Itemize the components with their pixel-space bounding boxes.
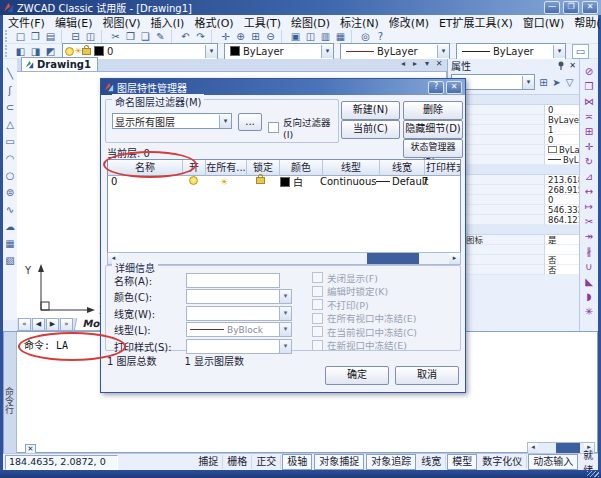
print-preview-icon[interactable]: ◫ <box>83 30 98 43</box>
help-icon[interactable]: ? <box>373 30 388 43</box>
column-header[interactable]: 线型 <box>323 160 380 176</box>
open-icon[interactable]: ❒ <box>28 30 43 43</box>
invert-filter-checkbox[interactable]: 反向过滤器(I) <box>268 115 338 140</box>
scale-icon[interactable]: ⊿ <box>581 169 597 184</box>
menu-item[interactable]: 帮助(H) <box>569 14 601 30</box>
zoom-window-icon[interactable]: ⊞ <box>248 30 263 43</box>
chamfer-icon[interactable]: ◣ <box>581 274 597 289</box>
column-header[interactable]: 线宽 <box>380 160 425 176</box>
state-manager-button[interactable]: 状态管理器(B)... <box>403 139 463 158</box>
layer-freeze-icon[interactable]: ☀ <box>220 177 228 187</box>
property-value[interactable]: 546.3322 <box>545 205 579 215</box>
tab-nav-icon[interactable]: » <box>60 318 73 331</box>
status-toggle[interactable]: 模型 <box>447 454 477 470</box>
menu-item[interactable]: 插入(I) <box>146 14 190 30</box>
field-input[interactable] <box>186 289 280 304</box>
new-layer-button[interactable]: 新建(N) <box>341 101 400 120</box>
toolbar-grip[interactable] <box>5 45 11 57</box>
command-window-titlebar[interactable]: 命令行 <box>4 332 17 460</box>
set-current-button[interactable]: 当前(C) <box>341 120 400 139</box>
menu-item[interactable]: 工具(T) <box>239 14 286 30</box>
property-value[interactable]: 0 <box>545 195 579 205</box>
viewport-four-icon[interactable]: ▦ <box>333 30 348 43</box>
print-icon[interactable]: ⊟ <box>68 30 83 43</box>
tab-close-icon[interactable]: ✕ <box>434 57 444 70</box>
cut-icon[interactable]: ✂ <box>108 30 123 43</box>
dropdown-icon[interactable]: ▾ <box>280 339 292 354</box>
maximize-icon[interactable]: ❐ <box>563 1 579 14</box>
arc-icon[interactable]: ◠ <box>4 150 17 167</box>
match-properties-icon[interactable]: ✎ <box>153 30 168 43</box>
join-icon[interactable]: ∪ <box>581 259 597 274</box>
status-toggle[interactable]: 正交 <box>252 455 281 469</box>
image-icon[interactable]: ▧ <box>4 252 17 269</box>
delete-layer-button[interactable]: 删除 <box>403 101 463 120</box>
help-icon[interactable]: ? <box>428 81 444 94</box>
paste-icon[interactable]: ❑ <box>138 30 153 43</box>
tab-nav-icon[interactable]: ◀ <box>32 318 45 331</box>
tab-drawing1[interactable]: Drawing1 <box>21 57 98 71</box>
dropdown-icon[interactable]: ▾ <box>280 289 292 304</box>
tab-menu-icon[interactable]: ▾ <box>422 57 432 70</box>
status-toggle[interactable]: 数字化仪 <box>478 455 527 469</box>
extend-icon[interactable]: ↠ <box>581 229 597 244</box>
status-toggle[interactable]: 栅格 <box>223 455 252 469</box>
cancel-button[interactable]: 取消 <box>395 366 459 385</box>
hide-details-button[interactable]: 隐藏细节(D) <box>403 120 463 139</box>
undo-icon[interactable]: ↶ <box>178 30 193 43</box>
trim-icon[interactable]: ✂ <box>581 214 597 229</box>
break-icon[interactable]: ∦ <box>581 244 597 259</box>
pin-icon[interactable] <box>557 61 565 70</box>
array-icon[interactable]: ⊞ <box>581 124 597 139</box>
property-value[interactable]: 213.6181 <box>545 175 579 185</box>
layer-properties-icon[interactable]: ◧ <box>13 45 28 58</box>
field-input[interactable]: ByBlock <box>186 322 280 337</box>
status-toggle[interactable]: 对象追踪 <box>366 454 416 470</box>
quick-select-icon[interactable]: ⊞ <box>537 76 550 89</box>
zoom-previous-icon[interactable]: ⊖ <box>263 30 278 43</box>
dropdown-icon[interactable]: ▾ <box>321 45 333 58</box>
line-icon[interactable]: ╲ <box>4 65 17 82</box>
table-icon[interactable]: ▦ <box>4 235 17 252</box>
dropdown-icon[interactable]: ▾ <box>522 76 534 89</box>
layer-previous-icon[interactable]: ◩ <box>43 45 58 58</box>
erase-icon[interactable]: ⊘ <box>581 64 597 79</box>
offset-icon[interactable]: ≍ <box>581 109 597 124</box>
menu-item[interactable]: 窗口(W) <box>518 14 569 30</box>
redo-icon[interactable]: ↷ <box>193 30 208 43</box>
copy-object-icon[interactable]: ❐ <box>581 79 597 94</box>
fillet-icon[interactable]: ◗ <box>581 289 597 304</box>
arc-3point-icon[interactable]: ⊂ <box>4 99 17 116</box>
close-icon[interactable]: ✕ <box>582 1 598 14</box>
property-value[interactable]: 1 <box>545 125 579 135</box>
property-value[interactable]: ByLayer <box>545 145 579 155</box>
layer-states-icon[interactable]: ◨ <box>28 45 43 58</box>
layer-row[interactable]: 0 ☀ 白 Continuous Default 7 <box>108 175 460 188</box>
pan-icon[interactable]: ✛ <box>218 30 233 43</box>
filter-browse-button[interactable]: ... <box>238 113 262 131</box>
layer-linetype[interactable]: Continuous <box>318 176 374 187</box>
property-value[interactable]: 268.9153 <box>545 185 579 195</box>
zoom-realtime-icon[interactable]: ⊕ <box>233 30 248 43</box>
tab-nav-icon[interactable]: ▶ <box>46 318 59 331</box>
property-value[interactable]: ByLayer <box>545 115 579 125</box>
dropdown-icon[interactable]: ▾ <box>553 45 565 58</box>
layer-on-icon[interactable] <box>189 176 198 185</box>
lengthen-icon[interactable]: ↦ <box>581 199 597 214</box>
property-value[interactable]: 否 <box>545 255 579 265</box>
spline-icon[interactable]: ∿ <box>4 201 17 218</box>
rectangle-icon[interactable]: ▭ <box>4 133 17 150</box>
property-value[interactable]: 864.1215 <box>545 215 579 225</box>
dropdown-icon[interactable]: ▾ <box>205 45 217 58</box>
column-header[interactable]: 开 <box>183 160 206 176</box>
resize-grip[interactable] <box>587 471 599 477</box>
status-toggle[interactable]: 动态输入 <box>528 454 578 470</box>
column-header[interactable]: 名称 <box>108 160 183 176</box>
revision-cloud-icon[interactable]: ☁ <box>4 218 17 235</box>
toggle-value-filter-icon[interactable]: ▽ <box>563 76 576 89</box>
menu-item[interactable]: 标注(N) <box>335 14 384 30</box>
menu-item[interactable]: 文件(F) <box>3 14 50 30</box>
ellipse-icon[interactable]: ⊜ <box>4 184 17 201</box>
lineweight-combo[interactable]: ByLayer ▾ <box>456 43 566 60</box>
status-toggle[interactable]: 捕捉 <box>194 455 223 469</box>
